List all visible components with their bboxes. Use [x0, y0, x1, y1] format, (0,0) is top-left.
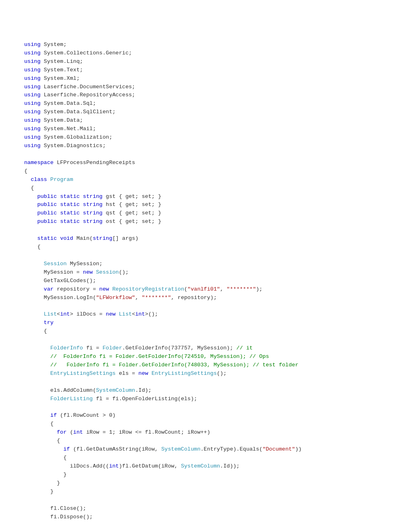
plain-token [24, 429, 57, 435]
kw-token: int [60, 311, 70, 317]
code-line: using System.Text; [24, 66, 387, 75]
plain-token: repository = [54, 286, 99, 292]
code-line: { [24, 327, 387, 336]
code-line [24, 150, 387, 159]
kw-token: public [37, 193, 57, 200]
plain-token [24, 193, 37, 200]
code-line [24, 302, 387, 311]
kw-token: if [50, 412, 57, 418]
plain-token: } [24, 472, 66, 478]
plain-token [24, 353, 50, 360]
code-line: { [24, 420, 387, 428]
kw-token: public [37, 210, 57, 216]
kw-token: class [31, 177, 47, 183]
code-line [24, 251, 387, 260]
code-line: // FolderInfo fi = Folder.GetFolderInfo(… [24, 361, 387, 370]
plain-token: ilDocs.Add(( [24, 463, 109, 469]
plain-token [24, 286, 44, 292]
plain-token: fi = [83, 345, 103, 351]
code-line: GetTaxGLCodes(); [24, 277, 387, 285]
kw-token: public [37, 218, 57, 224]
plain-token [80, 218, 83, 224]
plain-token: els.AddColumn( [24, 387, 96, 393]
kw-token: int [109, 463, 119, 469]
type-token: SystemColumn [96, 387, 135, 393]
code-line: using System.Data; [24, 116, 387, 125]
type-token: FolderListing [50, 396, 93, 402]
code-line: public static string qst { get; set; } [24, 209, 387, 218]
plain-token: System.Data.SqlClient; [41, 109, 116, 115]
plain-token: .Id); [135, 387, 152, 393]
plain-token: { [24, 455, 66, 461]
plain-token: fl.Close(); [24, 505, 86, 511]
plain-token: >(); [145, 311, 158, 317]
kw-token: static [60, 193, 80, 200]
kw-token: string [83, 210, 103, 216]
plain-token: { [24, 168, 27, 174]
kw-token: int [135, 311, 145, 317]
plain-token: fi.Dispose(); [24, 514, 93, 520]
code-line: els.AddColumn(SystemColumn.Id); [24, 387, 387, 395]
plain-token: els = [116, 370, 139, 376]
code-line: if (fl.GetDatumAsString(iRow, SystemColu… [24, 445, 387, 454]
code-line: fl.Close(); [24, 505, 387, 513]
plain-token: System.Globalization; [41, 134, 112, 140]
kw-token: using [24, 42, 41, 48]
code-line: using Laserfiche.RepositoryAccess; [24, 91, 387, 100]
plain-token: System.Text; [41, 67, 83, 73]
kw-token: string [83, 193, 103, 200]
plain-token: System.Diagnostics; [41, 143, 106, 149]
plain-token: hst { get; set; } [102, 202, 161, 208]
type-token: List [119, 311, 132, 317]
plain-token: fl = fi.OpenFolderListing(els); [93, 396, 197, 402]
type-token: Folder [102, 345, 122, 351]
plain-token: System.Collections.Generic; [41, 50, 132, 56]
plain-token: ( [184, 286, 187, 292]
plain-token: ); [256, 286, 262, 292]
plain-token: )) [295, 446, 301, 452]
code-line: MySession = new Session(); [24, 268, 387, 277]
code-line: } [24, 488, 387, 496]
code-line: using System.Linq; [24, 58, 387, 66]
code-line [24, 496, 387, 505]
plain-token: MySession; [66, 261, 102, 267]
code-line: static void Main(string[] args) [24, 235, 387, 243]
plain-token: GetTaxGLCodes(); [24, 278, 96, 284]
plain-token: { [24, 328, 47, 334]
type-token: RepositoryRegistration [112, 286, 184, 292]
plain-token: Laserfiche.RepositoryAccess; [41, 92, 135, 98]
plain-token: MySession = [24, 269, 83, 275]
code-line: FolderInfo fi = Folder.GetFolderInfo(737… [24, 344, 387, 353]
plain-token: gst { get; set; } [102, 193, 161, 200]
plain-token [24, 320, 44, 326]
plain-token: .Id)); [220, 463, 240, 469]
plain-token: System.Xml; [41, 75, 80, 81]
code-line: { [24, 454, 387, 462]
plain-token: ( [66, 429, 73, 435]
str-token: "Document" [262, 446, 295, 452]
plain-token [24, 210, 37, 216]
comment-token: // FolderInfo fi = Folder.GetFolderInfo(… [50, 362, 299, 368]
plain-token [24, 396, 50, 402]
kw-token: string [93, 235, 112, 241]
code-line: { [24, 167, 387, 176]
type-token: Program [50, 177, 73, 183]
code-line: using Laserfiche.DocumentServices; [24, 83, 387, 91]
code-line: { [24, 437, 387, 445]
kw-token: using [24, 109, 41, 115]
code-line: public static string hst { get; set; } [24, 201, 387, 209]
code-line: var repository = new RepositoryRegistrat… [24, 285, 387, 294]
code-line: { [24, 184, 387, 193]
code-line: public static string gst { get; set; } [24, 193, 387, 201]
code-line: using System.Data.SqlClient; [24, 108, 387, 116]
plain-token [24, 177, 31, 183]
plain-token: , [220, 286, 226, 292]
code-line: MySession.LogIn("LFWorkflow", "*******",… [24, 294, 387, 302]
plain-token: System.Data.Sql; [41, 100, 96, 106]
code-line: if (fl.RowCount > 0) [24, 411, 387, 420]
kw-token: static [60, 202, 80, 208]
kw-token: void [60, 235, 73, 241]
plain-token: Main( [73, 235, 93, 241]
code-line: using System; [24, 41, 387, 49]
plain-token [24, 235, 37, 241]
